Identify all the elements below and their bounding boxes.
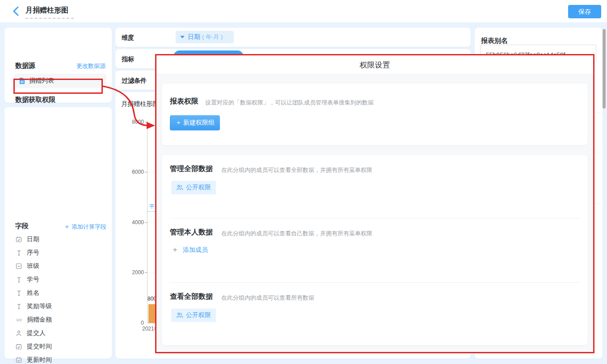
- field-label: 班级: [27, 262, 39, 270]
- permission-settings-modal: 权限设置 报表权限 设置对应的「数据权限」，可以让团队成员管理表单搜集到的数据 …: [155, 54, 594, 353]
- divider: [595, 203, 602, 204]
- section-desc: 在此分组内的成员可以查看所有数据: [221, 294, 314, 302]
- number-icon: 123: [15, 316, 22, 323]
- filter-label: 过滤条件: [122, 77, 147, 85]
- scrollbar-thumb[interactable]: [603, 29, 606, 109]
- title-edit-underline: [25, 18, 74, 19]
- public-permission-label: 公开权限: [186, 184, 211, 192]
- divider: [170, 282, 580, 283]
- report-alias-heading: 报表别名: [481, 37, 508, 45]
- field-row-submitter[interactable]: 提交人: [15, 327, 105, 339]
- y-tick-4000: 4000: [117, 219, 144, 226]
- dimension-chip-label: 日期: [188, 33, 200, 41]
- field-row-update-time[interactable]: 更新时间: [15, 354, 105, 364]
- add-calc-field-link[interactable]: ＋添加计算字段: [63, 222, 106, 231]
- section-title: 查看全部数据: [170, 292, 213, 301]
- y-tick-8000: 8000: [117, 119, 144, 125]
- chart-title: 月捐赠柱形图: [121, 100, 159, 108]
- field-row-amount[interactable]: 123 捐赠金额: [15, 314, 105, 326]
- back-icon[interactable]: [12, 6, 21, 17]
- field-row-name[interactable]: 姓名: [15, 287, 105, 299]
- field-row-serial[interactable]: 序号: [15, 247, 105, 259]
- dimension-chip[interactable]: 日期 ( 年-月 ): [176, 31, 234, 43]
- modal-body: 报表权限 设置对应的「数据权限」，可以让团队成员管理表单搜集到的数据 ＋ 新建权…: [156, 75, 593, 352]
- dimension-label: 维度: [122, 34, 134, 42]
- new-permission-group-label: 新建权限组: [183, 119, 215, 126]
- top-header: 月捐赠柱形图 保存: [0, 0, 607, 22]
- section-desc: 设置对应的「数据权限」，可以让团队成员管理表单搜集到的数据: [205, 99, 374, 107]
- field-row-class[interactable]: 班级: [15, 260, 105, 272]
- field-label: 序号: [27, 249, 39, 257]
- y-axis-line: [147, 121, 148, 323]
- dimension-row: 维度 日期 ( 年-月 ): [115, 28, 471, 47]
- y-tick-2000: 2000: [117, 269, 144, 276]
- fields-heading: 字段: [15, 222, 29, 230]
- field-label: 提交人: [27, 329, 46, 337]
- section-title: 管理本人数据: [170, 228, 213, 237]
- page-title: 月捐赠柱形图: [25, 6, 68, 15]
- field-label: 更新时间: [27, 356, 52, 364]
- new-permission-group-button[interactable]: ＋ 新建权限组: [170, 115, 220, 130]
- chevron-down-icon: [180, 36, 185, 38]
- field-label: 学号: [27, 276, 39, 284]
- divider: [170, 218, 580, 218]
- calendar-icon: [15, 356, 22, 364]
- metric-label: 指标: [122, 55, 134, 63]
- person-icon: [15, 330, 22, 337]
- dimension-chip-format: ( 年-月 ): [202, 33, 223, 41]
- text-icon: [15, 289, 22, 297]
- field-row-date[interactable]: 日期: [15, 234, 105, 245]
- data-access-heading: 数据获取权限: [15, 96, 55, 104]
- y-tickmark: [145, 272, 147, 273]
- y-tickmark: [145, 122, 147, 122]
- public-permission-chip[interactable]: 公开权限: [171, 309, 216, 322]
- section-desc: 在此分组内的成员可以查看全部数据，并拥有所有菜单权限: [221, 166, 372, 174]
- calendar-icon: [15, 343, 22, 350]
- annotation-highlight-box: [13, 79, 103, 94]
- add-member-label: 添加成员: [183, 246, 208, 253]
- change-datasource-link[interactable]: 更改数据源: [4, 62, 105, 70]
- save-button[interactable]: 保存: [568, 5, 601, 18]
- people-icon: [176, 184, 183, 191]
- section-desc: 在此分组内的成员可以查看自己数据，并拥有所有菜单权限: [221, 230, 372, 238]
- section-title: 管理全部数据: [170, 164, 213, 174]
- plus-icon: ＋: [171, 245, 179, 254]
- text-icon: [15, 276, 22, 283]
- plus-icon: ＋: [63, 222, 70, 230]
- calendar-icon: [15, 236, 22, 243]
- field-label: 提交时间: [27, 343, 52, 351]
- fields-panel: 字段 ＋添加计算字段 日期 序号 班级 学号 姓名 奖励等级 123 捐赠金额 …: [4, 107, 112, 359]
- field-row-studentno[interactable]: 学号: [15, 274, 105, 285]
- divider: [595, 113, 602, 113]
- field-label: 捐赠金额: [27, 316, 52, 324]
- field-label: 姓名: [27, 289, 39, 297]
- y-tickmark: [145, 222, 147, 223]
- plus-icon: ＋: [175, 119, 181, 126]
- y-tick-0: 0: [117, 320, 144, 326]
- public-permission-chip[interactable]: 公开权限: [171, 181, 216, 194]
- text-icon: [15, 303, 22, 310]
- field-label: 奖励等级: [27, 302, 52, 310]
- y-tickmark: [145, 172, 147, 172]
- field-label: 日期: [27, 235, 39, 243]
- public-permission-label: 公开权限: [186, 311, 211, 319]
- divider: [595, 152, 602, 152]
- report-permission-section: 报表权限 设置对应的「数据权限」，可以让团队成员管理表单搜集到的数据 ＋ 新建权…: [162, 84, 588, 145]
- add-member-link[interactable]: ＋添加成员: [171, 244, 208, 255]
- section-title: 报表权限: [170, 97, 198, 106]
- text-icon: [15, 249, 22, 256]
- select-icon: [15, 263, 22, 270]
- add-calc-field-label: 添加计算字段: [72, 223, 106, 230]
- people-icon: [176, 312, 183, 318]
- field-row-submit-time[interactable]: 提交时间: [15, 341, 105, 352]
- permission-groups-section: 管理全部数据 在此分组内的成员可以查看全部数据，并拥有所有菜单权限 公开权限 管…: [162, 155, 588, 345]
- y-tick-6000: 6000: [117, 169, 144, 175]
- modal-title: 权限设置: [156, 55, 593, 75]
- field-row-awardlevel[interactable]: 奖励等级: [15, 301, 105, 312]
